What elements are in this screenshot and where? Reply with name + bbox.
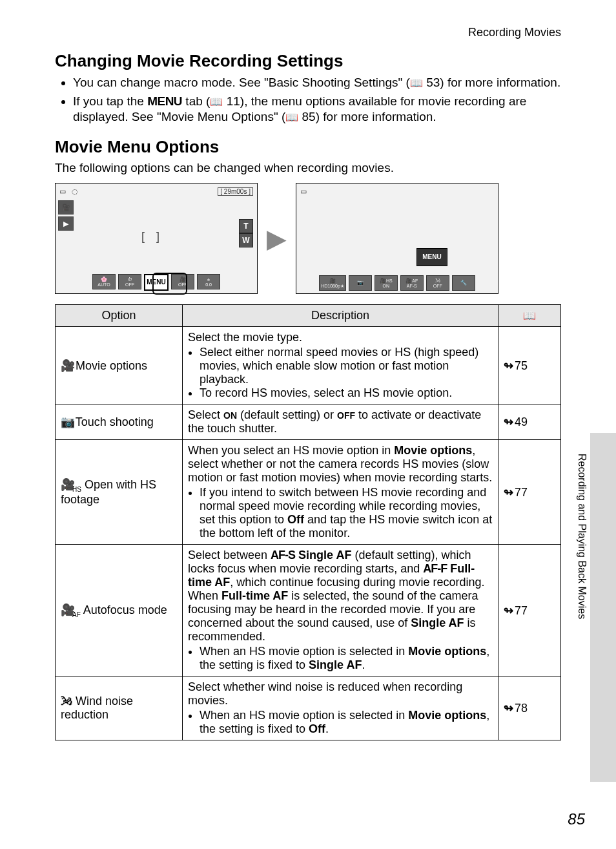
afs-glyph: AF-S [271, 549, 295, 561]
menu-label: MENU [147, 94, 182, 108]
battery-icon: ▭ ◌ [59, 187, 78, 196]
bold: Single AF [295, 549, 351, 561]
ref-icon [504, 359, 515, 372]
desc-bullet: Select either normal speed movies or HS … [200, 346, 493, 386]
zoom-out-icon: W [239, 233, 253, 247]
ref-page: 77 [515, 604, 528, 617]
col-reference [498, 305, 561, 327]
menu-label-expanded: MENU [416, 248, 447, 266]
ref-page: 78 [515, 702, 528, 715]
option-name: Touch shooting [76, 415, 154, 428]
desc-bullet: When an HS movie option is selected in M… [200, 709, 493, 736]
heading-changing-settings: Changing Movie Recording Settings [55, 51, 561, 71]
movie-quality-chip: 🎥HD1080p★ [319, 275, 346, 291]
table-row: 🌬 Wind noise reduction Select whether wi… [56, 676, 561, 740]
table-row: 🎥AF Autofocus mode Select between AF-S S… [56, 545, 561, 676]
bold: Single AF [411, 616, 464, 629]
page-ref: 11 [227, 94, 240, 108]
text: When [188, 589, 221, 602]
text: . [325, 722, 329, 735]
breadcrumb: Recording Movies [55, 26, 561, 39]
timer-chip: ⏱OFF [118, 274, 141, 289]
exposure-chip: ±0.0 [197, 274, 220, 289]
text: When you select an HS movie option in [188, 444, 394, 457]
aff-glyph: AF-F [423, 562, 447, 575]
text: Select [188, 408, 223, 421]
wind-chip-2: 🌬OFF [426, 275, 449, 291]
book-icon [410, 76, 423, 89]
intro-text: The following options can be changed whe… [55, 161, 561, 175]
touch-chip: 📷 [349, 275, 372, 291]
rec-time: [ 29m00s ] [218, 187, 253, 196]
heading-movie-menu: Movie Menu Options [55, 137, 561, 157]
camera-screenshot-2: ▭ MENU 🎥HD1080p★ 📷 🎥HSON 🎥AFAF-S 🌬OFF 🔧 [296, 183, 498, 294]
col-description: Description [183, 305, 498, 327]
text: tab ( [182, 94, 210, 108]
battery-icon: ▭ [300, 187, 307, 196]
table-row: 🎥 Movie options Select the movie type. S… [56, 327, 561, 404]
setup-chip: 🔧 [452, 275, 475, 291]
options-table: Option Description 🎥 Movie options Selec… [55, 304, 561, 740]
bullet-menu-tab: If you tap the MENU tab ( 11), the menu … [73, 94, 561, 125]
ref-icon [504, 486, 515, 499]
af-chip: 🎥AFAF-S [400, 275, 424, 291]
arrow-icon: ▶ [267, 224, 287, 253]
touch-icon: 📷 [61, 415, 72, 429]
on-glyph: ON [223, 410, 237, 421]
page-ref: 85 [302, 110, 316, 123]
text: When an HS movie option is selected in [200, 645, 408, 658]
page-ref: 53 [426, 76, 440, 89]
play-icon: ▶ [58, 216, 74, 231]
desc-bullet: To record HS movies, select an HS movie … [200, 386, 493, 400]
desc-lead: Select the movie type. [188, 331, 302, 344]
text: Select whether wind noise is reduced whe… [188, 680, 462, 707]
movie-mode-icon: 🎥 [58, 200, 74, 215]
table-header-row: Option Description [56, 305, 561, 327]
desc-bullet: If you intend to switch between HS movie… [200, 486, 493, 540]
page-number: 85 [568, 810, 585, 828]
text: If you tap the [73, 94, 147, 108]
text: When an HS movie option is selected in [200, 709, 408, 722]
text: . [362, 658, 365, 671]
ref-page: 49 [515, 415, 528, 428]
ref-page: 75 [515, 359, 528, 372]
bold: Movie options [408, 645, 486, 658]
af-icon: 🎥 [61, 603, 72, 617]
bold: Off [287, 513, 304, 526]
text: ) for more information. [440, 76, 560, 89]
table-row: 📷 Touch shooting Select ON (default sett… [56, 404, 561, 440]
book-icon [210, 94, 223, 108]
option-name: Movie options [76, 359, 147, 372]
text: (default setting) or [237, 408, 337, 421]
bullet-macro: You can change macro mode. See "Basic Sh… [73, 75, 561, 91]
col-option: Option [56, 305, 183, 327]
bold: Movie options [394, 444, 472, 457]
hs-icon: 🎥 [61, 477, 72, 492]
text: , which continue focusing during movie r… [230, 576, 484, 589]
book-icon [285, 110, 298, 123]
auto-chip: 🌸AUTO [92, 274, 116, 289]
bold: Off [309, 722, 325, 735]
text: You can change macro mode. See "Basic Sh… [73, 76, 410, 89]
camera-screenshot-1: ▭ ◌ [ 29m00s ] 🎥 ▶ [] T W 🌸AUTO ⏱OFF MEN… [55, 183, 258, 294]
desc-bullet: When an HS movie option is selected in M… [200, 645, 493, 672]
off-glyph: OFF [337, 410, 355, 421]
option-name: Autofocus mode [83, 603, 167, 616]
ref-icon [504, 604, 515, 617]
ref-page: 77 [515, 486, 528, 499]
menu-highlight [152, 273, 187, 295]
bold: Movie options [408, 709, 486, 722]
hs-chip: 🎥HSON [375, 275, 398, 291]
movie-icon: 🎥 [61, 359, 72, 373]
ref-icon [504, 702, 515, 715]
zoom-in-icon: T [239, 219, 253, 233]
text: Select between [188, 549, 271, 561]
bold: Single AF [309, 658, 362, 671]
text: ) for more information. [316, 110, 436, 123]
screenshot-row: ▭ ◌ [ 29m00s ] 🎥 ▶ [] T W 🌸AUTO ⏱OFF MEN… [55, 183, 561, 294]
table-row: 🎥HS Open with HS footage When you select… [56, 440, 561, 545]
ref-icon [504, 415, 515, 428]
focus-brackets: [] [141, 230, 171, 244]
settings-bullets: You can change macro mode. See "Basic Sh… [55, 75, 561, 125]
bold: Full-time AF [221, 589, 288, 602]
